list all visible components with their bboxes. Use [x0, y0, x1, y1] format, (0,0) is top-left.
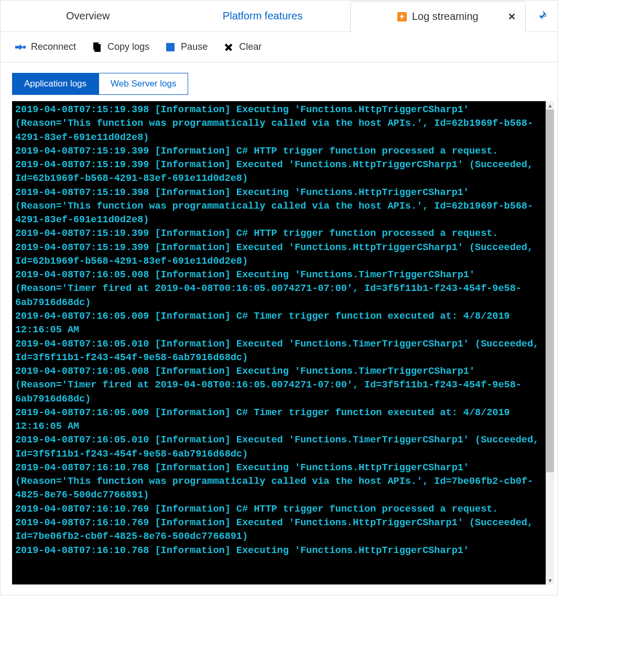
- tab-label: Platform features: [223, 10, 302, 22]
- subtab-web-server-logs[interactable]: Web Server logs: [99, 73, 188, 95]
- scroll-up-arrow[interactable]: ▲: [546, 101, 554, 110]
- log-line: 2019-04-08T07:15:19.398 [Information] Ex…: [15, 103, 543, 145]
- log-output[interactable]: 2019-04-08T07:15:19.398 [Information] Ex…: [12, 101, 546, 584]
- svg-marker-0: [400, 14, 404, 20]
- reconnect-button[interactable]: Reconnect: [15, 41, 76, 52]
- scroll-thumb[interactable]: [546, 110, 554, 472]
- reconnect-icon: [15, 42, 26, 52]
- log-line: 2019-04-08T07:16:10.768 [Information] Ex…: [15, 544, 543, 558]
- log-line: 2019-04-08T07:15:19.399 [Information] Ex…: [15, 241, 543, 269]
- log-line: 2019-04-08T07:16:05.009 [Information] C#…: [15, 310, 543, 338]
- scrollbar[interactable]: ▲ ▼: [546, 101, 554, 584]
- azure-functions-icon: [397, 12, 407, 21]
- log-line: 2019-04-08T07:16:05.010 [Information] Ex…: [15, 338, 543, 365]
- log-line: 2019-04-08T07:16:05.009 [Information] C#…: [15, 406, 543, 434]
- subtab-label: Application logs: [24, 79, 86, 89]
- log-line: 2019-04-08T07:16:05.008 [Information] Ex…: [15, 365, 543, 406]
- svg-rect-3: [23, 46, 26, 48]
- pin-icon: [536, 9, 547, 23]
- log-line: 2019-04-08T07:15:19.399 [Information] Ex…: [15, 158, 543, 186]
- pause-button[interactable]: Pause: [165, 41, 208, 52]
- toolbar-label: Pause: [181, 41, 208, 52]
- clear-button[interactable]: Clear: [223, 41, 262, 52]
- stop-icon: [166, 43, 175, 51]
- copy-icon: [92, 42, 102, 52]
- log-line: 2019-04-08T07:15:19.399 [Information] C#…: [15, 227, 543, 241]
- pin-button[interactable]: [526, 9, 557, 23]
- toolbar-label: Clear: [239, 41, 262, 52]
- log-line: 2019-04-08T07:16:10.768 [Information] Ex…: [15, 461, 543, 503]
- tab-overview[interactable]: Overview: [1, 1, 175, 31]
- log-line: 2019-04-08T07:16:10.769 [Information] C#…: [15, 503, 543, 516]
- subtab-label: Web Server logs: [111, 79, 176, 89]
- top-tabs: Overview Platform features Log streaming…: [1, 1, 557, 32]
- subtab-application-logs[interactable]: Application logs: [12, 73, 99, 95]
- tab-label: Overview: [66, 10, 110, 22]
- toolbar-label: Reconnect: [31, 41, 76, 52]
- svg-marker-2: [19, 44, 23, 50]
- clear-icon: [223, 42, 234, 52]
- svg-rect-1: [15, 46, 19, 48]
- subtab-bar: Application logs Web Server logs: [1, 62, 557, 101]
- scroll-down-arrow[interactable]: ▼: [546, 576, 554, 584]
- tab-log-streaming[interactable]: Log streaming ✕: [350, 1, 526, 32]
- log-line: 2019-04-08T07:16:10.769 [Information] Ex…: [15, 516, 543, 544]
- log-line: 2019-04-08T07:16:05.008 [Information] Ex…: [15, 268, 543, 310]
- log-line: 2019-04-08T07:15:19.399 [Information] C#…: [15, 145, 543, 158]
- tab-platform-features[interactable]: Platform features: [175, 1, 350, 31]
- toolbar: Reconnect Copy logs Pause Clear: [1, 32, 557, 62]
- log-line: 2019-04-08T07:16:05.010 [Information] Ex…: [15, 433, 543, 461]
- copy-logs-button[interactable]: Copy logs: [92, 41, 149, 52]
- toolbar-label: Copy logs: [107, 41, 149, 52]
- tab-label: Log streaming: [412, 10, 479, 23]
- log-line: 2019-04-08T07:15:19.398 [Information] Ex…: [15, 186, 543, 227]
- close-icon[interactable]: ✕: [508, 11, 516, 23]
